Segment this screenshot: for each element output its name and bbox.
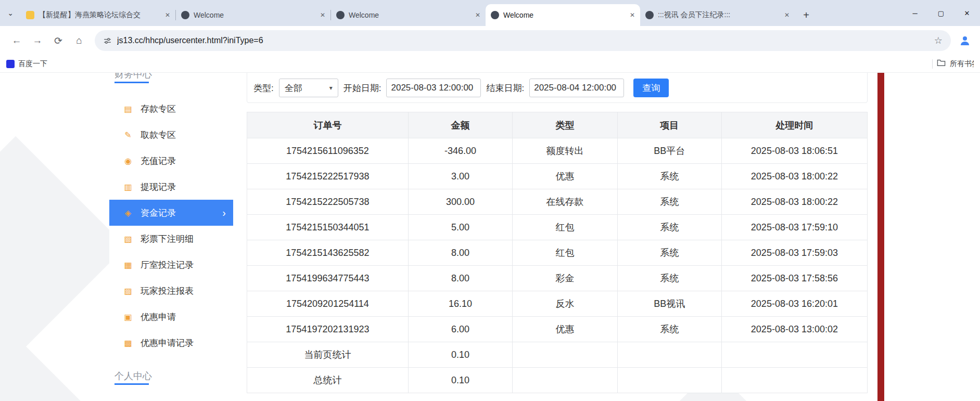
- sidebar-item-withdrawal-records[interactable]: ▥提现记录: [109, 174, 233, 200]
- column-header: 项目: [617, 112, 721, 138]
- tab-favicon: [181, 11, 189, 19]
- start-date-label: 开始日期:: [343, 82, 381, 94]
- profile-icon[interactable]: [956, 32, 974, 49]
- withdraw-zone-icon: ✎: [123, 130, 133, 140]
- new-tab-button[interactable]: +: [798, 7, 814, 23]
- table-cell: 额度转出: [513, 138, 617, 164]
- page-scrollbar[interactable]: [877, 73, 884, 401]
- hall-bet-records-icon: ▦: [123, 260, 133, 270]
- table-cell: 3.00: [408, 164, 512, 189]
- table-cell: 2025-08-03 16:20:01: [721, 291, 867, 317]
- filter-row: 类型: 全部 ▾ 开始日期: 结束日期: 查询: [253, 79, 669, 97]
- table-cell: [617, 342, 721, 368]
- table-row: 1754215611096352-346.00额度转出BB平台2025-08-0…: [247, 138, 868, 164]
- table-cell: 5.00: [408, 215, 512, 240]
- funds-records-icon: ◈: [123, 208, 133, 218]
- table-cell: 红包: [513, 240, 617, 266]
- start-date-input[interactable]: [386, 79, 481, 97]
- tab-close-icon[interactable]: ✕: [165, 11, 170, 19]
- page-content: 财务中心 ▤存款专区✎取款专区◉充值记录▥提现记录◈资金记录›▧彩票下注明细▦厅…: [0, 73, 980, 401]
- table-cell: 2025-08-03 17:58:56: [721, 266, 867, 291]
- tab-strip: ⌄ 【新提醒】海燕策略论坛综合交✕Welcome✕Welcome✕Welcome…: [0, 0, 980, 26]
- folder-icon: [937, 59, 946, 69]
- table-cell: 1754215143625582: [247, 240, 409, 266]
- promo-apply-records-icon: ▩: [123, 338, 133, 348]
- tab-favicon: [645, 11, 654, 19]
- url-field[interactable]: js13.cc/hhcp/usercenter.html?iniType=6 ☆: [95, 30, 951, 51]
- type-label: 类型:: [253, 82, 274, 94]
- main-panel: 类型: 全部 ▾ 开始日期: 结束日期: 查询 订单号金额类型项目处理时间: [247, 73, 868, 393]
- browser-tab[interactable]: Welcome✕: [331, 4, 486, 26]
- sidebar-item-label: 资金记录: [141, 207, 176, 219]
- table-cell: 1754199634775443: [247, 266, 409, 291]
- sidebar-item-funds-records[interactable]: ◈资金记录›: [109, 200, 233, 226]
- table-cell: 2025-08-03 18:06:51: [721, 138, 867, 164]
- search-button[interactable]: 查询: [633, 79, 669, 97]
- sidebar-item-recharge-records[interactable]: ◉充值记录: [109, 148, 233, 174]
- tab-title: Welcome: [503, 11, 627, 19]
- bookmark-label: 百度一下: [18, 59, 47, 69]
- site-info-icon[interactable]: [103, 36, 112, 45]
- bookmarks-right: 所有书签: [932, 59, 974, 69]
- deposit-zone-icon: ▤: [123, 104, 133, 114]
- table-cell: 2025-08-03 18:00:22: [721, 189, 867, 215]
- recharge-records-icon: ◉: [123, 156, 133, 166]
- forward-icon[interactable]: →: [27, 30, 48, 51]
- tab-close-icon[interactable]: ✕: [475, 11, 480, 19]
- filter-panel: 类型: 全部 ▾ 开始日期: 结束日期: 查询: [247, 73, 868, 103]
- close-icon[interactable]: ✕: [954, 0, 980, 26]
- sidebar-item-hall-bet-records[interactable]: ▦厅室投注记录: [109, 252, 233, 278]
- table-cell: 1754215222517938: [247, 164, 409, 189]
- bookmarks-divider: [932, 59, 933, 69]
- table-cell: 系统: [617, 189, 721, 215]
- tab-close-icon[interactable]: ✕: [784, 11, 790, 19]
- end-date-input[interactable]: [529, 79, 624, 97]
- home-icon[interactable]: ⌂: [69, 30, 90, 51]
- sidebar-item-lottery-bet-details[interactable]: ▧彩票下注明细: [109, 226, 233, 252]
- bookmark-star-icon[interactable]: ☆: [934, 35, 943, 46]
- sidebar-item-label: 充值记录: [141, 155, 176, 167]
- table-cell: 当前页统计: [247, 342, 409, 368]
- reload-icon[interactable]: ⟳: [48, 30, 69, 51]
- table-cell: 1754209201254114: [247, 291, 409, 317]
- baidu-favicon: [6, 60, 15, 68]
- table-cell: 2025-08-03 13:00:02: [721, 317, 867, 342]
- window-controls: ─ ▢ ✕: [902, 0, 980, 26]
- minimize-icon[interactable]: ─: [902, 0, 928, 26]
- sidebar-item-deposit-zone[interactable]: ▤存款专区: [109, 96, 233, 122]
- browser-tab[interactable]: :::视讯 会员下注纪录:::✕: [640, 4, 795, 26]
- column-header: 金额: [408, 112, 512, 138]
- sidebar-item-label: 彩票下注明细: [141, 233, 194, 245]
- table-cell: 1754197202131923: [247, 317, 409, 342]
- table-cell: 0.10: [408, 342, 512, 368]
- table-cell: 红包: [513, 215, 617, 240]
- table-cell: [721, 342, 867, 368]
- bookmark-baidu[interactable]: 百度一下: [6, 59, 47, 69]
- tab-search-icon[interactable]: ⌄: [0, 0, 21, 26]
- table-cell: -346.00: [408, 138, 512, 164]
- tab-favicon: [491, 11, 499, 19]
- table-row: 175420920125411416.10反水BB视讯2025-08-03 16…: [247, 291, 868, 317]
- table-cell: 系统: [617, 215, 721, 240]
- tab-close-icon[interactable]: ✕: [630, 11, 635, 19]
- column-header: 订单号: [247, 112, 409, 138]
- back-icon[interactable]: ←: [6, 30, 27, 51]
- maximize-icon[interactable]: ▢: [928, 0, 954, 26]
- tab-close-icon[interactable]: ✕: [320, 11, 325, 19]
- all-bookmarks-label[interactable]: 所有书签: [950, 59, 974, 69]
- browser-tab[interactable]: Welcome✕: [486, 4, 640, 26]
- column-header: 类型: [513, 112, 617, 138]
- sidebar-item-promo-apply-records[interactable]: ▩优惠申请记录: [109, 330, 233, 356]
- sidebar-item-withdraw-zone[interactable]: ✎取款专区: [109, 122, 233, 148]
- background-triangle-decoration: [0, 136, 126, 357]
- type-select[interactable]: 全部 ▾: [279, 79, 338, 97]
- end-date-label: 结束日期:: [486, 82, 524, 94]
- browser-tab[interactable]: Welcome✕: [176, 4, 330, 26]
- sidebar-item-label: 存款专区: [141, 103, 176, 115]
- sidebar-item-player-bet-report[interactable]: ▨玩家投注报表: [109, 278, 233, 304]
- tab-title: Welcome: [349, 11, 472, 19]
- table-cell: 8.00: [408, 240, 512, 266]
- browser-tab[interactable]: 【新提醒】海燕策略论坛综合交✕: [21, 4, 175, 26]
- sidebar-item-label: 优惠申请: [141, 311, 176, 323]
- sidebar-item-promo-apply[interactable]: ▣优惠申请: [109, 304, 233, 330]
